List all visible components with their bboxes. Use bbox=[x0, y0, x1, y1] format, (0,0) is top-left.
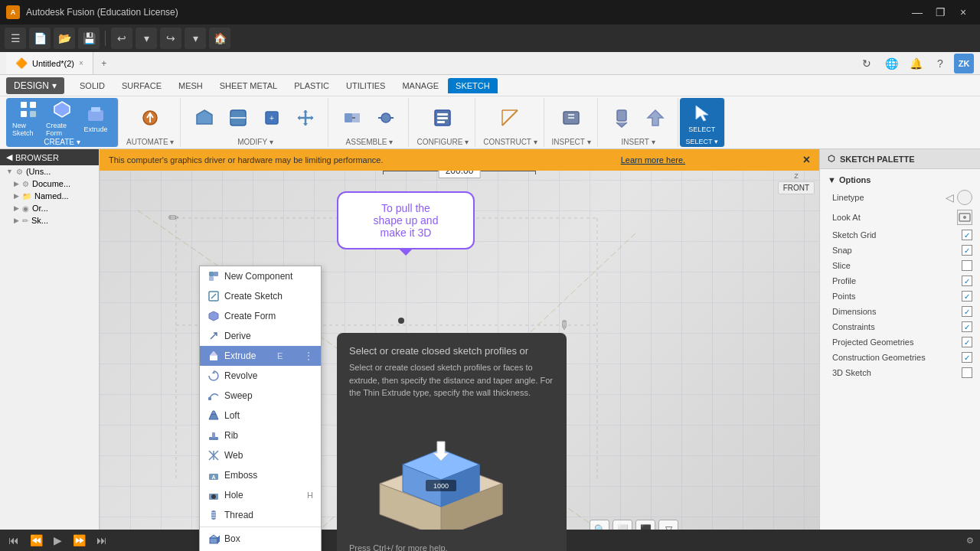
browser-item-root[interactable]: ▼ ⚙ (Uns... bbox=[0, 165, 99, 178]
tab-surface[interactable]: SURFACE bbox=[114, 78, 169, 93]
tab-plastic[interactable]: PLASTIC bbox=[286, 78, 337, 93]
menu-hole[interactable]: Hole H bbox=[200, 485, 321, 505]
titlebar-controls[interactable]: — ❐ × bbox=[906, 2, 974, 23]
user-avatar[interactable]: ZK bbox=[954, 54, 974, 73]
look-at-btn[interactable] bbox=[957, 210, 972, 225]
tab-utilities[interactable]: UTILITIES bbox=[338, 78, 393, 93]
redo-button[interactable]: ↪ bbox=[160, 28, 181, 49]
settings-icon[interactable]: ⚙ bbox=[966, 536, 974, 546]
row-construction-geo[interactable]: Construction Geometries bbox=[820, 350, 980, 365]
insert-btn[interactable] bbox=[606, 99, 638, 136]
row-dimensions[interactable]: Dimensions bbox=[820, 304, 980, 319]
browser-item-origin[interactable]: ▶ ◉ Or... bbox=[0, 202, 99, 214]
profile-checkbox[interactable] bbox=[962, 276, 972, 286]
menu-derive[interactable]: Derive bbox=[200, 326, 321, 346]
menu-thread[interactable]: Thread bbox=[200, 505, 321, 525]
modify-btn[interactable] bbox=[188, 99, 220, 136]
create-dropdown-btn[interactable]: Extrude bbox=[80, 99, 112, 136]
playback-next[interactable]: ⏩ bbox=[70, 534, 88, 546]
select-btn[interactable]: SELECT bbox=[686, 99, 718, 136]
playback-end[interactable]: ⏭ bbox=[94, 534, 109, 546]
menu-extrude-more-icon[interactable]: ⋮ bbox=[304, 350, 313, 361]
create-form-btn[interactable]: Create Form bbox=[46, 99, 78, 136]
row-slice[interactable]: Slice bbox=[820, 258, 980, 273]
redo-dropdown[interactable]: ▾ bbox=[185, 28, 206, 49]
inspect-btn[interactable] bbox=[555, 99, 587, 136]
construct-btn[interactable] bbox=[494, 99, 526, 136]
browser-item-sketch[interactable]: ▶ ✏ Sk... bbox=[0, 214, 99, 227]
undo-button[interactable]: ↩ bbox=[111, 28, 132, 49]
undo-dropdown[interactable]: ▾ bbox=[136, 28, 157, 49]
row-projected-geo[interactable]: Projected Geometries bbox=[820, 334, 980, 350]
menu-box[interactable]: Box bbox=[200, 529, 321, 549]
tab-sheet-metal[interactable]: SHEET METAL bbox=[212, 78, 285, 93]
menu-revolve[interactable]: Revolve bbox=[200, 366, 321, 386]
row-profile[interactable]: Profile bbox=[820, 273, 980, 289]
row-linetype[interactable]: Linetype ◁ bbox=[820, 187, 980, 207]
playback-play[interactable]: ▶ bbox=[51, 534, 64, 546]
tab-close-button[interactable]: × bbox=[79, 59, 83, 67]
menu-create-form[interactable]: Create Form bbox=[200, 306, 321, 326]
menu-rib[interactable]: Rib bbox=[200, 425, 321, 445]
sketch-grid-checkbox[interactable] bbox=[962, 230, 972, 240]
modify-2-btn[interactable] bbox=[222, 99, 254, 136]
construction-geo-checkbox[interactable] bbox=[962, 352, 972, 363]
tab-mesh[interactable]: MESH bbox=[171, 78, 211, 93]
tab-nav-question[interactable]: ? bbox=[929, 53, 951, 74]
close-button[interactable]: × bbox=[952, 2, 974, 23]
menu-emboss[interactable]: A Emboss bbox=[200, 465, 321, 485]
constraints-checkbox[interactable] bbox=[962, 321, 972, 332]
maximize-button[interactable]: ❐ bbox=[929, 2, 951, 23]
menu-web[interactable]: Web bbox=[200, 445, 321, 465]
menu-new-component[interactable]: New Component bbox=[200, 266, 321, 286]
browser-header[interactable]: ◀ BROWSER bbox=[0, 149, 99, 165]
home-button[interactable]: 🏠 bbox=[209, 28, 230, 49]
menu-loft[interactable]: Loft bbox=[200, 406, 321, 425]
dimensions-checkbox[interactable] bbox=[962, 306, 972, 317]
row-look-at[interactable]: Look At bbox=[820, 207, 980, 227]
open-button[interactable]: 📂 bbox=[54, 28, 75, 49]
menu-create-sketch[interactable]: Create Sketch bbox=[200, 286, 321, 306]
playback-start[interactable]: ⏮ bbox=[6, 534, 21, 546]
design-workspace-button[interactable]: DESIGN ▾ bbox=[6, 77, 64, 94]
browser-item-named[interactable]: ▶ 📁 Named... bbox=[0, 190, 99, 202]
projected-geo-checkbox[interactable] bbox=[962, 337, 972, 347]
menu-extrude[interactable]: Extrude E ⋮ bbox=[200, 346, 321, 366]
tab-sketch[interactable]: SKETCH bbox=[448, 78, 498, 93]
menu-sweep[interactable]: Sweep bbox=[200, 386, 321, 406]
app-menu-button[interactable]: ☰ bbox=[5, 28, 26, 49]
row-3d-sketch[interactable]: 3D Sketch bbox=[820, 365, 980, 380]
row-snap[interactable]: Snap bbox=[820, 243, 980, 258]
browser-item-documents[interactable]: ▶ ⚙ Docume... bbox=[0, 178, 99, 190]
configure-btn[interactable] bbox=[426, 99, 459, 136]
nav-cube[interactable]: Z FRONT bbox=[773, 172, 819, 233]
new-button[interactable]: 📄 bbox=[29, 28, 51, 49]
save-button[interactable]: 💾 bbox=[78, 28, 100, 49]
tab-solid[interactable]: SOLID bbox=[72, 78, 113, 93]
active-tab[interactable]: 🔶 Untitled*(2) × bbox=[6, 52, 93, 74]
tab-nav-help[interactable]: 🌐 bbox=[880, 53, 902, 74]
row-constraints[interactable]: Constraints bbox=[820, 319, 980, 334]
insert-2-btn[interactable] bbox=[639, 99, 671, 136]
points-checkbox[interactable] bbox=[962, 291, 972, 302]
options-header[interactable]: ▼ Options bbox=[820, 172, 980, 187]
modify-3-btn[interactable]: + bbox=[256, 99, 288, 136]
warning-close-btn[interactable]: × bbox=[803, 153, 810, 167]
new-tab-button[interactable]: + bbox=[93, 52, 115, 74]
joint-btn[interactable] bbox=[370, 99, 402, 136]
automate-btn[interactable] bbox=[134, 99, 166, 136]
slice-checkbox[interactable] bbox=[962, 260, 972, 271]
row-sketch-grid[interactable]: Sketch Grid bbox=[820, 227, 980, 243]
linetype-circle[interactable] bbox=[957, 190, 972, 205]
create-main-btn[interactable]: New Sketch bbox=[12, 99, 44, 136]
minimize-button[interactable]: — bbox=[906, 2, 928, 23]
tab-nav-refresh[interactable]: ↻ bbox=[856, 53, 877, 74]
playback-prev[interactable]: ⏪ bbox=[28, 534, 45, 546]
snap-checkbox[interactable] bbox=[962, 245, 972, 256]
nav-cube-front[interactable]: FRONT bbox=[778, 181, 815, 194]
move-btn[interactable] bbox=[289, 99, 322, 136]
tab-manage[interactable]: MANAGE bbox=[394, 78, 446, 93]
warning-link[interactable]: Learn more here. bbox=[621, 155, 685, 165]
3d-sketch-checkbox[interactable] bbox=[962, 367, 972, 378]
row-points[interactable]: Points bbox=[820, 289, 980, 304]
